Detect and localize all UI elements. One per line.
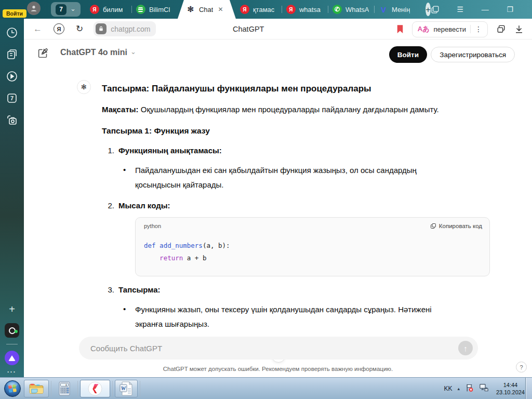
copy-code-button[interactable]: Копировать код (430, 223, 482, 229)
translate-label: перевести (434, 25, 466, 33)
tab-chatgpt-active[interactable]: ✻ Chat ✕ (178, 0, 236, 19)
goal-label: Мақсаты: (102, 105, 139, 114)
chatgpt-logo-icon: ✻ (186, 5, 195, 14)
code-body: def add_numbers(a, b): return a + b (136, 229, 489, 276)
screenshot-camera-icon[interactable] (4, 112, 20, 128)
browser-profile[interactable]: Войти (0, 0, 50, 19)
profile-avatar[interactable] (27, 2, 41, 15)
word-icon: W (119, 381, 133, 396)
code-keyword: return (159, 254, 183, 262)
taskbar-explorer-button[interactable] (24, 380, 49, 397)
translate-button[interactable]: Aあ перевести ⋮ (412, 21, 488, 37)
clock-time: 14:44 (496, 381, 525, 389)
system-tray: KK ▴ 14:44 23.10.2024 (444, 378, 525, 399)
history-clock-icon[interactable] (4, 25, 20, 41)
goal-paragraph: Мақсаты: Оқушылардың функциялар мен проц… (102, 103, 477, 116)
sidebar-add-icon[interactable]: + (4, 301, 20, 317)
code-text: a + b (183, 254, 206, 262)
feed-icon[interactable] (4, 47, 20, 62)
yandex-search-icon[interactable]: Я (54, 23, 64, 34)
chevron-down-icon: ⌄ (130, 48, 136, 56)
network-icon[interactable] (479, 383, 489, 394)
code-space (156, 242, 160, 249)
address-bar[interactable]: chatgpt.com (94, 21, 155, 36)
bullet-text: Пайдаланушыдан екі сан қабылдайтын функц… (135, 166, 417, 189)
composer-input[interactable] (90, 344, 458, 353)
signup-button[interactable]: Зарегистрироваться (431, 47, 515, 62)
tab-bilimclass[interactable]: BilimCl (132, 0, 178, 19)
help-button[interactable]: ? (516, 362, 527, 373)
item-title: Функцияның анықтамасы: (118, 146, 222, 155)
item-title: Мысал коды: (118, 201, 170, 210)
tab-label: Chat (199, 6, 213, 14)
action-center-flag-icon[interactable] (465, 383, 474, 394)
language-indicator[interactable]: KK (444, 385, 452, 392)
login-button[interactable]: Войти (389, 46, 427, 63)
restore-icon[interactable]: ❐ (506, 5, 515, 14)
tab-label: Менің (392, 6, 410, 14)
taskbar-calculator-button[interactable]: 0 (54, 380, 75, 397)
tab-whatsapp[interactable]: ✆ WhatsA (328, 0, 374, 19)
yandex-icon: Я (240, 5, 249, 14)
tab-label: whatsa (299, 6, 321, 14)
code-block: python Копировать код def add_numbers(a,… (135, 217, 490, 276)
taskbar-yandex-button[interactable] (80, 380, 110, 397)
item-title: Тапсырма: (118, 285, 161, 294)
windows-taskbar: 0 W (0, 377, 532, 399)
copy-code-label: Копировать код (439, 223, 482, 229)
tab-strip: Я билим BilimCl ✻ Chat ✕ Я қтамас Я what… (86, 0, 420, 19)
show-desktop-button[interactable] (525, 378, 532, 399)
tab-qtamas[interactable]: Я қтамас (236, 0, 282, 19)
new-tab-button[interactable]: + (425, 3, 431, 16)
code-indent (144, 254, 159, 262)
bullet-item: • Пайдаланушыдан екі сан қабылдайтын фун… (118, 163, 451, 192)
taskbar-divider (77, 381, 78, 396)
tabs-panel-icon[interactable]: 7 (4, 90, 20, 106)
screen: Войти 7 ⌄ Я билим BilimCl ✻ Chat ✕ Я қт (0, 0, 532, 399)
sidebar-more-icon[interactable]: ••• (7, 369, 16, 374)
translate-icon: Aあ (418, 24, 430, 34)
message-composer[interactable]: ↑ (79, 337, 478, 360)
start-button[interactable] (3, 379, 22, 398)
message-subtitle: Тапсырма 1: Функция жазу (102, 125, 477, 137)
bilimclass-icon (136, 5, 145, 14)
panels-icon[interactable] (431, 5, 440, 14)
back-icon[interactable]: ← (33, 24, 42, 34)
reload-icon[interactable]: ↻ (76, 23, 83, 34)
play-video-icon[interactable] (4, 69, 20, 84)
model-selector[interactable]: ChatGPT 4o mini ⌄ (60, 48, 136, 57)
chevron-down-icon[interactable]: ⌄ (70, 5, 76, 12)
send-button[interactable]: ↑ (458, 341, 473, 355)
tab-group-widget[interactable]: 7 ⌄ (51, 2, 81, 17)
show-hidden-icons[interactable]: ▴ (457, 386, 460, 391)
toolbar-right: Aあ перевести ⋮ (396, 19, 532, 39)
shared-tabs-icon[interactable] (496, 24, 506, 34)
item-number: 3. (105, 284, 114, 296)
tab-label: қтамас (253, 6, 274, 14)
model-name: ChatGPT 4o mini (60, 48, 127, 57)
bookmark-icon[interactable] (396, 24, 404, 34)
minimize-icon[interactable]: — (481, 5, 490, 14)
translate-options-icon[interactable]: ⋮ (475, 25, 482, 33)
list-item: 2. Мысал коды: python Копировать код def… (102, 200, 477, 276)
tab-close-icon[interactable]: ✕ (218, 6, 223, 13)
alice-assistant-icon[interactable] (5, 351, 19, 365)
tab-whatsa-search[interactable]: Я whatsa (282, 0, 328, 19)
profile-login-badge[interactable]: Войти (3, 9, 26, 18)
messenger-icon[interactable] (5, 323, 19, 338)
item-number: 2. (105, 200, 114, 212)
tab-mening[interactable]: V Менің (375, 0, 420, 19)
window-controls: ☰ — ❐ ✕ (431, 5, 532, 14)
assistant-avatar: ✻ (77, 80, 91, 94)
tab-bilim[interactable]: Я билим (86, 0, 131, 19)
code-header: python Копировать код (136, 218, 489, 229)
menu-icon[interactable]: ☰ (456, 5, 465, 14)
sidebar-divider (6, 344, 18, 344)
divider (470, 25, 471, 33)
taskbar-clock[interactable]: 14:44 23.10.2024 (496, 381, 525, 396)
bullet-text: Функцияны жазып, оны тексеру үшін қолдан… (135, 305, 432, 328)
list-item: 1. Функцияның анықтамасы: • Пайдаланушыд… (102, 144, 477, 192)
new-chat-compose-icon[interactable] (37, 48, 48, 61)
taskbar-word-button[interactable]: W (115, 380, 138, 397)
downloads-icon[interactable] (514, 24, 524, 34)
